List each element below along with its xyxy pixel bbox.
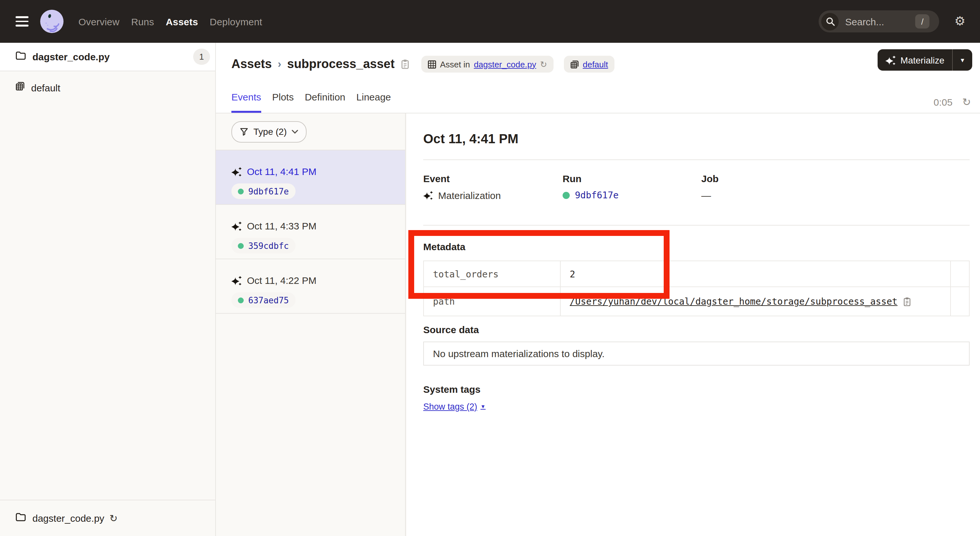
search-box[interactable]: /: [819, 10, 939, 32]
materialization-sparkle-icon: [231, 275, 242, 286]
materialize-dropdown-caret-icon[interactable]: ▼: [953, 57, 972, 63]
search-input[interactable]: [844, 15, 914, 27]
event-timestamp-link[interactable]: Oct 11, 4:33 PM: [247, 220, 317, 231]
group-badge[interactable]: default: [564, 56, 614, 73]
dagster-logo-icon[interactable]: [40, 9, 64, 34]
breadcrumb-assets-link[interactable]: Assets: [231, 57, 272, 71]
nav-item-assets[interactable]: Assets: [165, 16, 198, 27]
run-column: Run 9dbf617e: [563, 173, 701, 201]
divider: [423, 159, 970, 160]
copy-asset-name-icon[interactable]: [401, 59, 410, 69]
source-data-empty-message: No upstream materializations to display.: [433, 348, 605, 359]
run-id: 359cdbfc: [248, 241, 289, 250]
refresh-icon[interactable]: ↻: [962, 97, 971, 107]
folder-icon: [16, 512, 26, 524]
asset-in-label: Asset in: [440, 59, 470, 69]
settings-gear-icon[interactable]: ⚙: [951, 13, 968, 30]
metadata-table: total_orders 2 path /Users/yuhan/dev/loc…: [423, 261, 970, 316]
run-id-pill[interactable]: 359cdbfc: [231, 238, 295, 253]
metadata-action-cell: [950, 261, 969, 287]
table-row: path /Users/yuhan/dev/local/dagster_home…: [423, 287, 969, 316]
event-timestamp-link[interactable]: Oct 11, 4:22 PM: [247, 275, 317, 286]
event-summary-columns: Event Materialization Run 9dbf617e Job —: [423, 173, 970, 201]
app-window: Overview Runs Assets Deployment / ⚙ dags…: [0, 0, 980, 536]
tab-lineage[interactable]: Lineage: [356, 91, 391, 113]
event-timestamp-link[interactable]: Oct 11, 4:41 PM: [247, 166, 317, 177]
event-list-item[interactable]: Oct 11, 4:22 PM 637aed75: [216, 259, 405, 314]
run-id-pill[interactable]: 9dbf617e: [231, 183, 295, 199]
asset-name: subprocess_asset: [287, 57, 395, 71]
chevron-right-icon: ›: [278, 58, 281, 71]
folder-icon: [16, 51, 26, 62]
reload-icon[interactable]: ↻: [540, 59, 547, 69]
materialize-label: Materialize: [900, 55, 944, 65]
materialization-sparkle-icon: [231, 221, 242, 231]
asset-sidebar: dagster_code.py 1 default dagster_code.p…: [0, 43, 216, 536]
search-icon: [821, 13, 839, 30]
table-row: total_orders 2: [423, 261, 969, 287]
nav-item-deployment[interactable]: Deployment: [210, 16, 262, 27]
run-id: 637aed75: [248, 295, 289, 305]
metadata-heading: Metadata: [423, 241, 465, 252]
sidebar-footer-code-location[interactable]: dagster_code.py ↻: [0, 500, 215, 536]
events-list-panel: Type (2) Oct 11, 4:41 PM 9dbf617e Oct 11…: [216, 113, 406, 536]
sidebar-item-code-location[interactable]: dagster_code.py 1: [0, 43, 215, 71]
run-id-pill[interactable]: 637aed75: [231, 292, 295, 308]
divider: [423, 225, 970, 226]
sparkle-icon: [886, 55, 896, 65]
breadcrumb: Assets › subprocess_asset Asset in dagst…: [231, 50, 614, 78]
copy-path-icon[interactable]: [902, 296, 911, 306]
tab-plots[interactable]: Plots: [272, 91, 294, 113]
asset-count-badge: 1: [193, 49, 210, 65]
materialize-button[interactable]: Materialize: [878, 55, 952, 65]
path-link[interactable]: /Users/yuhan/dev/local/dagster_home/stor…: [570, 296, 897, 307]
nav-item-overview[interactable]: Overview: [78, 16, 119, 27]
filter-funnel-icon: [240, 127, 248, 136]
code-location-link[interactable]: dagster_code.py: [474, 59, 536, 69]
group-label: default: [31, 82, 60, 93]
metadata-value: 2: [560, 261, 950, 287]
job-value: —: [701, 190, 711, 201]
hamburger-menu-icon[interactable]: [16, 16, 29, 27]
tab-events[interactable]: Events: [231, 91, 261, 113]
run-status-dot: [238, 188, 244, 194]
materialize-split-button: Materialize ▼: [878, 49, 972, 71]
event-list-item[interactable]: Oct 11, 4:33 PM 359cdbfc: [216, 205, 405, 259]
event-detail-title: Oct 11, 4:41 PM: [423, 132, 519, 146]
asset-group-icon: [570, 60, 579, 68]
events-filter-bar: Type (2): [216, 113, 405, 150]
footer-code-location-label: dagster_code.py: [32, 513, 104, 524]
metadata-action-cell: [950, 287, 969, 316]
type-filter-button[interactable]: Type (2): [231, 121, 307, 142]
run-id-link[interactable]: 9dbf617e: [575, 190, 619, 200]
primary-nav: Overview Runs Assets Deployment: [78, 0, 262, 43]
show-tags-toggle[interactable]: Show tags (2) ▼: [423, 402, 485, 412]
run-status-dot: [563, 191, 570, 199]
timer-value: 0:05: [934, 97, 953, 108]
run-status-dot: [238, 297, 244, 303]
asset-tabs: Events Plots Definition Lineage: [231, 91, 391, 113]
nav-item-runs[interactable]: Runs: [131, 16, 154, 27]
asset-definition-badge[interactable]: Asset in dagster_code.py ↻: [421, 56, 554, 73]
asset-header: Assets › subprocess_asset Asset in dagst…: [216, 43, 980, 113]
code-location-label: dagster_code.py: [32, 51, 193, 62]
source-data-empty-box: No upstream materializations to display.: [423, 342, 970, 366]
run-label: Run: [563, 173, 701, 184]
show-tags-label: Show tags (2): [423, 402, 477, 412]
sidebar-item-group-default[interactable]: default: [0, 76, 215, 99]
grid-icon: [428, 60, 436, 68]
system-tags-heading: System tags: [423, 384, 480, 395]
event-type-value: Materialization: [438, 190, 501, 201]
refresh-timer: 0:05 ↻: [934, 97, 971, 108]
caret-down-icon: ▼: [480, 404, 486, 410]
reload-icon[interactable]: ↻: [110, 513, 118, 523]
run-status-dot: [238, 243, 244, 248]
materialization-sparkle-icon: [231, 166, 242, 177]
job-column: Job —: [701, 173, 970, 201]
tab-definition[interactable]: Definition: [305, 91, 345, 113]
metadata-key: path: [423, 287, 560, 316]
asset-group-icon: [16, 82, 25, 93]
event-list-item[interactable]: Oct 11, 4:41 PM 9dbf617e: [216, 150, 405, 205]
group-default-link[interactable]: default: [583, 59, 608, 69]
source-data-heading: Source data: [423, 324, 479, 335]
